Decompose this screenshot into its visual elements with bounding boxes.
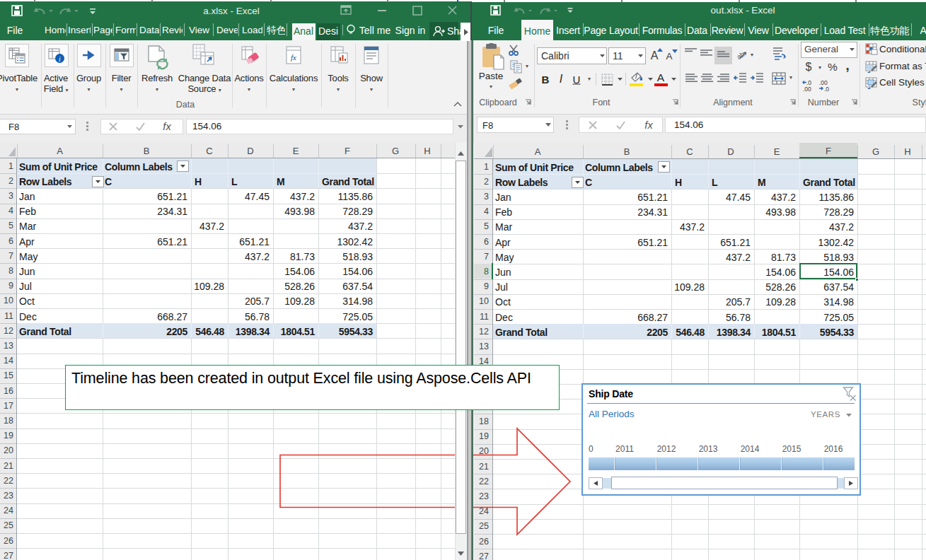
svg-text:ab: ab — [736, 50, 746, 61]
svg-text:fx: fx — [291, 53, 296, 62]
svg-text:.0: .0 — [824, 86, 829, 92]
svg-text:.00: .00 — [803, 86, 811, 92]
svg-text:i: i — [59, 55, 61, 63]
